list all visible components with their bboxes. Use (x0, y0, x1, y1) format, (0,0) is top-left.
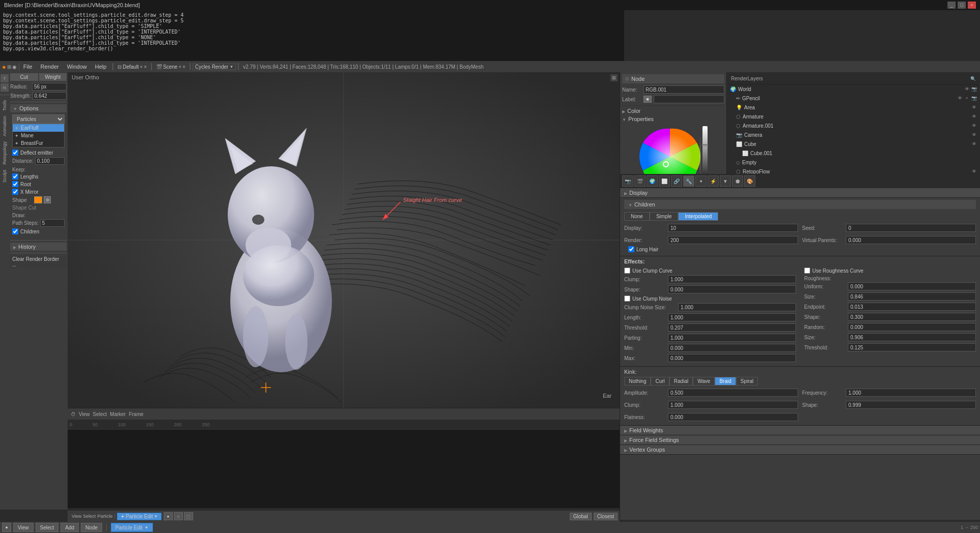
outliner-item-cube001[interactable]: ⬜ Cube.001 (740, 149, 979, 158)
mode-button[interactable]: ✦ Particle Edit ▼ (117, 513, 161, 520)
display-section-header[interactable]: Display (620, 188, 980, 197)
tool-icon-2[interactable]: N (1, 83, 9, 92)
size-input[interactable] (848, 292, 976, 301)
animation-tab[interactable]: Animation (1, 115, 8, 137)
blender-icon[interactable]: ● (2, 63, 6, 71)
weight-btn[interactable]: Weight (39, 73, 67, 81)
world-render-btn[interactable]: 📷 (971, 86, 977, 92)
outliner-item-armature[interactable]: ⬡ Armature 👁 (734, 112, 979, 121)
wireframe-btn[interactable]: ○ (174, 512, 183, 520)
kink-shape-input[interactable] (846, 401, 976, 409)
outliner-item-armature001[interactable]: ⬡ Armature.001 👁 (734, 121, 979, 130)
main-viewport[interactable]: User Ortho ⊞ (68, 72, 620, 408)
force-field-header[interactable]: Force Field Settings (620, 435, 980, 445)
bottom-node[interactable]: Node (81, 523, 102, 532)
xmirror-checkbox[interactable] (12, 189, 18, 195)
menu-render[interactable]: Render (37, 61, 63, 72)
brightness-handle[interactable] (701, 144, 709, 146)
endpoint-input[interactable] (848, 303, 976, 311)
timeline-menu-marker[interactable]: Marker (110, 411, 126, 417)
mode-icon[interactable]: ◉ (12, 64, 17, 70)
bottom-select[interactable]: Select (36, 523, 59, 532)
prop-icon-render[interactable]: 📷 (622, 175, 633, 187)
timeline-menu-select[interactable]: Select (93, 411, 107, 417)
viewport-icon[interactable]: ⊞ (7, 64, 11, 70)
outliner-item-cube[interactable]: ⬜ Cube 👁 (734, 139, 979, 149)
outliner-item-empty[interactable]: ◇ Empty (734, 158, 979, 167)
path-steps-input[interactable] (40, 219, 65, 227)
closest-select[interactable]: Closest (594, 513, 618, 520)
shape-settings[interactable]: ⚙ (44, 196, 51, 203)
prop-icon-physics[interactable]: ⚡ (708, 175, 719, 187)
history-header[interactable]: History (10, 243, 67, 251)
prop-icon-modifiers[interactable]: 🔧 (683, 175, 694, 187)
field-weights-header[interactable]: Field Weights (620, 426, 980, 435)
gpencil-vis-btn[interactable]: 👁 (957, 95, 963, 101)
engine-arrow[interactable]: ▼ (229, 65, 233, 69)
world-vis-btn[interactable]: 👁 (964, 86, 970, 92)
kink-nothing[interactable]: Nothing (624, 377, 651, 386)
particle-item-breastfur[interactable]: ✦ BreastFur (13, 139, 64, 147)
prop-icon-world[interactable]: 🌍 (647, 175, 658, 187)
clump-input[interactable] (668, 275, 796, 283)
shape-input-eff[interactable] (668, 285, 796, 293)
threshold2-input[interactable] (848, 343, 976, 351)
prop-icon-object[interactable]: ⬜ (659, 175, 670, 187)
kink-wave[interactable]: Wave (693, 377, 715, 386)
layout-add[interactable]: + (140, 64, 143, 70)
use-clump-curve-check[interactable] (624, 268, 630, 274)
prop-icon-data[interactable]: ▼ (720, 175, 731, 187)
scene-add[interactable]: + (178, 64, 181, 70)
menu-window[interactable]: Window (63, 61, 91, 72)
scene-name[interactable]: Scene (163, 64, 177, 70)
tab-none[interactable]: None (624, 212, 650, 221)
amplitude-input[interactable] (668, 389, 798, 397)
kink-spiral[interactable]: Spiral (736, 377, 758, 386)
outliner-item-retopoflow[interactable]: ⬡ RetopoFlow 👁 (734, 167, 979, 174)
minimize-btn[interactable]: _ (947, 2, 956, 9)
random-input[interactable] (848, 323, 976, 331)
clear-render-border[interactable]: Clear Render Border ... (10, 255, 67, 269)
tools-tab[interactable]: Tools (1, 99, 8, 112)
gpencil-dot-btn[interactable]: • (964, 95, 970, 101)
menu-help[interactable]: Help (91, 61, 111, 72)
use-roughness-curve-check[interactable] (804, 268, 810, 274)
prop-icon-texture[interactable]: 🎨 (744, 175, 755, 187)
close-btn[interactable]: × (968, 2, 976, 9)
retopology-tab[interactable]: Retopology (1, 140, 8, 166)
particle-item-mane[interactable]: ✦ Mane (13, 132, 64, 139)
render-input[interactable] (668, 236, 798, 244)
layout-remove[interactable]: × (144, 64, 147, 70)
timeline-menu-frame[interactable]: Frame (129, 411, 143, 417)
timeline-menu-view[interactable]: View (79, 411, 90, 417)
layout-name[interactable]: Default (122, 64, 139, 70)
bottom-engine-icon[interactable]: ● (2, 523, 11, 532)
node-name-input[interactable] (644, 85, 724, 94)
menu-file[interactable]: File (19, 61, 37, 72)
bottom-mode-btn[interactable]: Particle Edit ▼ (111, 523, 153, 532)
kink-curl[interactable]: Curl (651, 377, 669, 386)
particle-menu[interactable]: Particle (97, 514, 112, 519)
bottom-view[interactable]: View (13, 523, 34, 532)
threshold-input[interactable] (668, 323, 796, 332)
gpencil-render-btn[interactable]: 📷 (971, 95, 977, 101)
outliner-item-world[interactable]: 🌍 World 👁 📷 (728, 84, 979, 94)
flatness-input[interactable] (668, 413, 798, 421)
solid-view-btn[interactable]: ● (164, 512, 173, 520)
particle-system-select[interactable]: Particles (12, 114, 65, 124)
camera-vis-btn[interactable]: 👁 (971, 132, 977, 138)
use-clump-noise-check[interactable] (624, 295, 630, 302)
tab-simple[interactable]: Simple (650, 212, 679, 221)
children-checkbox[interactable] (12, 228, 18, 234)
long-hair-checkbox[interactable] (628, 246, 634, 252)
parting-input[interactable] (668, 334, 796, 342)
armature-vis-btn[interactable]: 👁 (971, 113, 977, 120)
global-select[interactable]: Global (570, 513, 592, 520)
shape-color[interactable] (34, 196, 42, 203)
node-color-square[interactable]: ■ (644, 96, 652, 103)
deflect-emitter-checkbox[interactable] (12, 150, 18, 156)
virtual-parents-input[interactable] (846, 236, 976, 244)
cut-btn[interactable]: Cut (10, 73, 38, 81)
prop-icon-constraints[interactable]: 🔗 (671, 175, 682, 187)
sculpt-tab[interactable]: Sculpt (1, 169, 8, 184)
